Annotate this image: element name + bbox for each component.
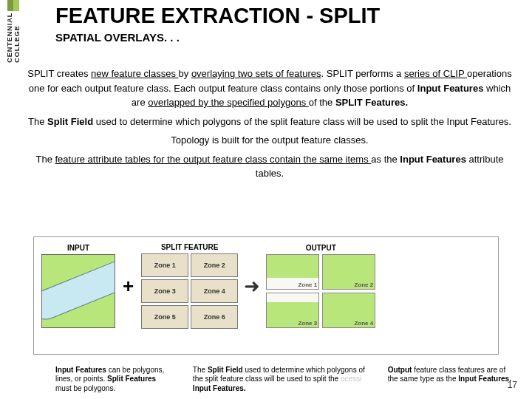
zone-cell: Zone 3 [141,279,188,303]
para-4: The feature attribute tables for the out… [22,152,517,181]
split-grid: Zone 1 Zone 2 Zone 3 Zone 4 Zone 5 Zone … [141,253,238,329]
para-3: Topology is built for the output feature… [22,133,517,148]
input-label: INPUT [41,244,115,252]
page-number: 17 [508,380,517,390]
page-title: FEATURE EXTRACTION - SPLIT [55,4,380,28]
diagram-captions: Input Features can be polygons, lines, o… [55,366,517,394]
caption-output: Output feature class features are of the… [388,366,517,394]
zone-cell: Zone 4 [191,279,238,303]
arrow-icon: ➜ [242,275,262,298]
input-column: INPUT [41,244,115,328]
output-label: OUTPUT [266,244,375,252]
para-1: SPLIT creates new feature classes by ove… [22,66,517,110]
zone-cell: Zone 1 [141,253,188,277]
plus-icon: + [120,275,137,298]
logo-mark [7,0,19,11]
zone-cell: Zone 6 [191,305,238,329]
college-logo: CENTENNIAL COLLEGE [6,0,21,63]
output-zone: Zone 2 [322,254,375,290]
zone-cell: Zone 5 [141,305,188,329]
output-grid: Zone 1 Zone 2 Zone 3 Zone 4 [266,254,375,328]
output-zone: Zone 3 [266,293,319,328]
output-zone: Zone 1 [266,254,319,290]
river-shape [41,259,115,324]
caption-split: The Split Field used to determine which … [193,366,366,394]
split-column: SPLIT FEATURE Zone 1 Zone 2 Zone 3 Zone … [141,243,238,329]
page-subtitle: SPATIAL OVERLAYS. . . [55,31,180,44]
para-2: The Split Field used to determine which … [22,115,517,129]
split-diagram: INPUT + SPLIT FEATURE Zone 1 Zone 2 Zone… [33,236,499,355]
input-map [41,254,115,328]
output-zone: Zone 4 [322,293,375,328]
split-label: SPLIT FEATURE [141,243,238,251]
body-text: SPLIT creates new feature classes by ove… [22,66,517,185]
zone-cell: Zone 2 [191,253,238,277]
output-column: OUTPUT Zone 1 Zone 2 Zone 3 Zone 4 [266,244,375,328]
caption-input: Input Features can be polygons, lines, o… [55,366,171,394]
logo-text: CENTENNIAL COLLEGE [6,13,21,63]
